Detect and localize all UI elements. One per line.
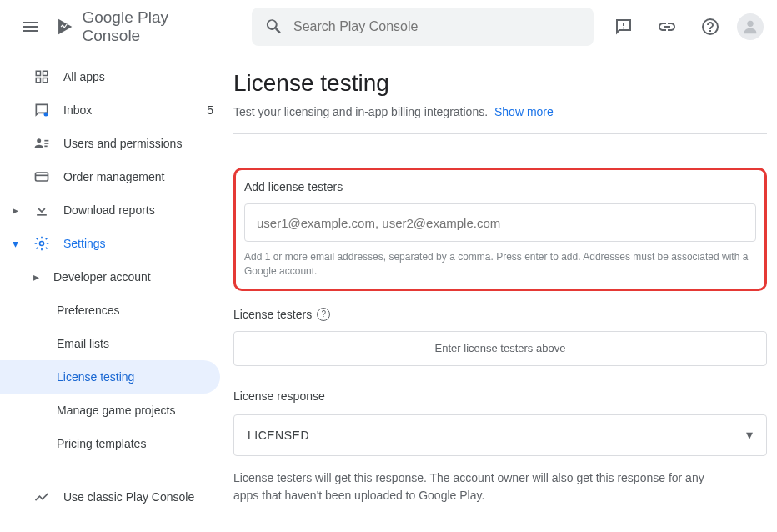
person-icon bbox=[741, 18, 759, 36]
credit-card-icon bbox=[33, 168, 50, 185]
nav-label: Use classic Play Console bbox=[63, 490, 194, 504]
page-title: License testing bbox=[233, 70, 767, 97]
nav-label: Users and permissions bbox=[63, 137, 182, 150]
search-icon bbox=[265, 18, 283, 36]
nav-users-permissions[interactable]: Users and permissions bbox=[0, 127, 233, 160]
apps-icon bbox=[33, 68, 50, 85]
nav-download-reports[interactable]: ▸ Download reports bbox=[0, 193, 233, 227]
app-header: Google Play Console bbox=[0, 0, 777, 53]
nav-order-management[interactable]: Order management bbox=[0, 160, 233, 193]
main-content: License testing Test your licensing and … bbox=[233, 53, 777, 514]
svg-point-3 bbox=[703, 19, 718, 34]
nav-label: Order management bbox=[63, 170, 164, 183]
svg-rect-8 bbox=[43, 78, 48, 83]
inbox-icon bbox=[33, 102, 50, 118]
svg-rect-5 bbox=[36, 71, 40, 75]
chart-line-icon bbox=[33, 489, 50, 505]
help-tooltip-icon[interactable]: ? bbox=[317, 308, 330, 321]
link-button[interactable] bbox=[650, 10, 684, 43]
svg-point-2 bbox=[623, 28, 624, 29]
svg-rect-6 bbox=[43, 71, 48, 75]
play-console-logo-icon bbox=[55, 15, 75, 38]
nav-label: Settings bbox=[63, 237, 106, 250]
link-icon bbox=[657, 17, 677, 37]
sidebar: All apps Inbox 5 Users and permissions O… bbox=[0, 53, 233, 514]
users-icon bbox=[33, 135, 50, 152]
nav-classic-console[interactable]: Use classic Play Console bbox=[0, 480, 233, 514]
nav-label: Pricing templates bbox=[57, 437, 146, 450]
svg-point-10 bbox=[37, 138, 41, 143]
nav-settings[interactable]: ▾ Settings bbox=[0, 227, 233, 260]
nav-license-testing[interactable]: License testing bbox=[0, 360, 220, 394]
svg-rect-7 bbox=[36, 78, 40, 83]
help-button[interactable] bbox=[694, 10, 727, 43]
chevron-right-icon: ▸ bbox=[33, 270, 43, 284]
nav-label: Email lists bbox=[57, 337, 109, 350]
chevron-down-icon: ▾ bbox=[10, 237, 20, 250]
license-testers-label: License testers bbox=[233, 308, 312, 321]
nav-label: All apps bbox=[63, 70, 105, 83]
nav-preferences[interactable]: Preferences bbox=[0, 294, 233, 327]
page-subtitle: Test your licensing and in-app billing i… bbox=[233, 105, 767, 134]
nav-label: Developer account bbox=[53, 270, 151, 284]
search-bar[interactable] bbox=[252, 8, 594, 46]
nav-label: License testing bbox=[57, 370, 134, 384]
gear-icon bbox=[33, 235, 50, 252]
header-actions bbox=[607, 10, 764, 43]
logo[interactable]: Google Play Console bbox=[55, 8, 212, 45]
chevron-right-icon: ▸ bbox=[10, 203, 20, 217]
add-testers-input[interactable] bbox=[244, 203, 756, 242]
add-testers-hint: Add 1 or more email addresses, separated… bbox=[244, 250, 756, 279]
dropdown-arrow-icon: ▾ bbox=[746, 427, 753, 443]
nav-developer-account[interactable]: ▸ Developer account bbox=[0, 260, 233, 294]
license-response-value: LICENSED bbox=[248, 429, 309, 442]
download-icon bbox=[33, 202, 50, 218]
hamburger-menu-button[interactable] bbox=[13, 7, 48, 47]
nav-inbox[interactable]: Inbox 5 bbox=[0, 93, 233, 127]
logo-text: Google Play Console bbox=[82, 8, 212, 45]
add-testers-highlight: Add license testers Add 1 or more email … bbox=[233, 168, 767, 291]
announcement-icon bbox=[614, 17, 634, 37]
nav-label: Download reports bbox=[63, 203, 155, 217]
nav-pricing-templates[interactable]: Pricing templates bbox=[0, 427, 233, 460]
license-response-select[interactable]: LICENSED ▾ bbox=[233, 414, 767, 456]
nav-manage-game-projects[interactable]: Manage game projects bbox=[0, 394, 233, 427]
nav-label: Manage game projects bbox=[57, 404, 175, 417]
license-response-description: License testers will get this response. … bbox=[233, 469, 717, 504]
svg-point-9 bbox=[44, 113, 48, 117]
nav-all-apps[interactable]: All apps bbox=[0, 60, 233, 93]
show-more-link[interactable]: Show more bbox=[494, 105, 554, 118]
feedback-button[interactable] bbox=[607, 10, 640, 43]
account-avatar[interactable] bbox=[737, 13, 764, 40]
license-testers-empty: Enter license testers above bbox=[233, 331, 767, 366]
inbox-count: 5 bbox=[207, 103, 213, 117]
nav-email-lists[interactable]: Email lists bbox=[0, 327, 233, 360]
menu-icon bbox=[21, 17, 41, 37]
svg-point-4 bbox=[747, 21, 753, 27]
nav-label: Inbox bbox=[63, 103, 92, 117]
search-input[interactable] bbox=[293, 19, 580, 34]
svg-point-16 bbox=[40, 242, 44, 246]
add-testers-label: Add license testers bbox=[244, 180, 756, 193]
nav-label: Preferences bbox=[57, 304, 119, 317]
help-icon bbox=[700, 17, 720, 37]
svg-rect-14 bbox=[36, 173, 48, 181]
license-response-label: License response bbox=[233, 389, 767, 403]
